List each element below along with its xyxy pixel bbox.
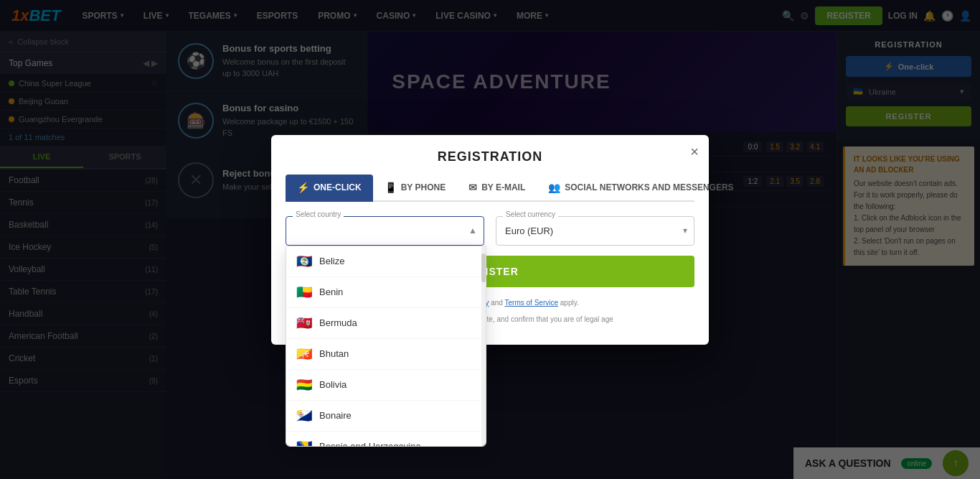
- bonaire-flag: 🇧🇶: [296, 408, 312, 424]
- phone-tab-icon: 📱: [385, 182, 397, 193]
- country-label: Select country: [293, 210, 344, 218]
- modal-body: Select country ▲ 🇧🇿 Belize: [271, 202, 709, 345]
- country-bonaire[interactable]: 🇧🇶 Bonaire: [286, 401, 486, 432]
- country-bermuda[interactable]: 🇧🇲 Bermuda: [286, 308, 486, 339]
- bhutan-flag: 🇧🇹: [296, 346, 312, 362]
- bosnia-flag: 🇧🇦: [296, 439, 312, 447]
- dropdown-scrollbar: [481, 246, 486, 446]
- country-bhutan[interactable]: 🇧🇹 Bhutan: [286, 339, 486, 370]
- scrollbar-thumb: [481, 254, 486, 282]
- modal-close-button[interactable]: ×: [690, 144, 699, 160]
- tab-by-email[interactable]: ✉ BY E-MAIL: [457, 175, 537, 202]
- registration-modal: × REGISTRATION ⚡ ONE-CLICK 📱 BY PHONE ✉ …: [271, 135, 709, 345]
- country-bolivia[interactable]: 🇧🇴 Bolivia: [286, 370, 486, 401]
- currency-group: Select currency Euro (EUR) ▾: [496, 216, 694, 246]
- email-tab-icon: ✉: [468, 182, 477, 193]
- tab-social[interactable]: 👥 SOCIAL NETWORKS AND MESSENGERS: [537, 175, 745, 202]
- tab-by-phone[interactable]: 📱 BY PHONE: [373, 175, 457, 202]
- country-group: Select country ▲ 🇧🇿 Belize: [286, 216, 484, 246]
- lightning-tab-icon: ⚡: [297, 182, 309, 193]
- terms-of-service-link[interactable]: Terms of Service: [505, 299, 558, 307]
- country-select[interactable]: [286, 216, 484, 246]
- bolivia-flag: 🇧🇴: [296, 377, 312, 393]
- belize-flag: 🇧🇿: [296, 254, 312, 269]
- bermuda-flag: 🇧🇲: [296, 315, 312, 331]
- modal-tabs: ⚡ ONE-CLICK 📱 BY PHONE ✉ BY E-MAIL 👥 SOC…: [286, 175, 694, 202]
- currency-label: Select currency: [503, 210, 558, 218]
- modal-title: REGISTRATION: [271, 135, 709, 175]
- country-dropdown: 🇧🇿 Belize 🇧🇯 Benin 🇧🇲 Bermuda 🇧: [286, 246, 486, 447]
- benin-flag: 🇧🇯: [296, 284, 312, 300]
- tab-one-click[interactable]: ⚡ ONE-CLICK: [286, 175, 373, 202]
- currency-select[interactable]: Euro (EUR): [496, 216, 694, 246]
- country-belize[interactable]: 🇧🇿 Belize: [286, 246, 486, 277]
- country-benin[interactable]: 🇧🇯 Benin: [286, 277, 486, 308]
- form-row-country-currency: Select country ▲ 🇧🇿 Belize: [286, 216, 694, 246]
- country-bosnia[interactable]: 🇧🇦 Bosnia and Herzegovina: [286, 432, 486, 447]
- modal-overlay[interactable]: × REGISTRATION ⚡ ONE-CLICK 📱 BY PHONE ✉ …: [0, 0, 980, 479]
- social-tab-icon: 👥: [548, 182, 560, 193]
